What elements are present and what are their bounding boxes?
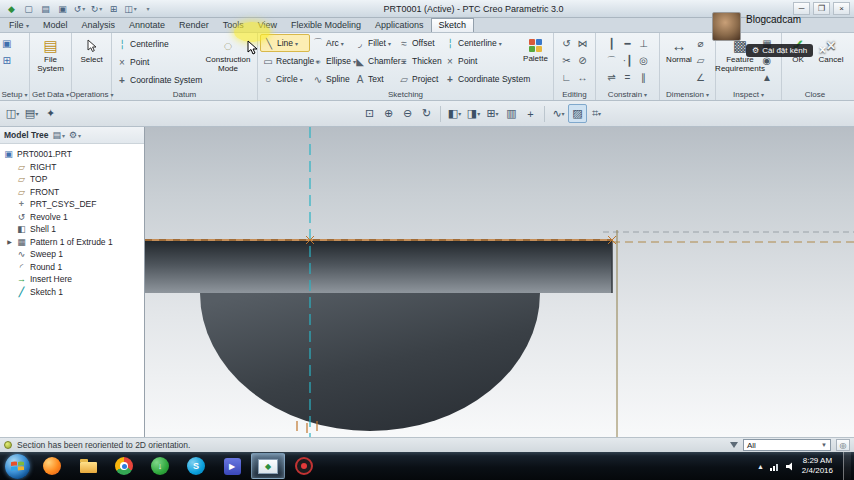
palette-button[interactable]: Palette [520, 34, 551, 64]
redo-icon[interactable]: ↻▾ [89, 2, 104, 16]
tree-item-right[interactable]: ▱RIGHT [0, 161, 144, 174]
taskbar-explorer-icon[interactable] [71, 453, 105, 479]
mirror-icon[interactable]: ⋈ [575, 35, 591, 52]
sketch-coordinate-system-button[interactable]: +Coordinate System [442, 70, 520, 88]
window-icon[interactable]: ◫▾ [123, 2, 138, 16]
tree-item-sweep[interactable]: ∿Sweep 1 [0, 248, 144, 261]
diameter-dimension-icon[interactable]: ⌀ [696, 35, 705, 52]
saved-views-icon[interactable]: ◨▾ [464, 104, 483, 123]
project-button[interactable]: ▱Project [396, 70, 442, 88]
reference-dimension-icon[interactable]: ▱ [696, 52, 705, 69]
tab-file[interactable]: File ▾ [2, 19, 36, 32]
tree-item-round[interactable]: ◜Round 1 [0, 261, 144, 274]
group-label-constrain[interactable]: Constrain▾ [596, 88, 659, 100]
qat-customize-icon[interactable]: ▾ [140, 2, 155, 16]
overlay-close-icon[interactable]: × [819, 43, 826, 57]
tree-item-sketch[interactable]: ╱Sketch 1 [0, 286, 144, 299]
channel-name[interactable]: Blogcadcam [746, 12, 801, 25]
tree-settings-icon[interactable]: ⚙▾ [69, 130, 81, 140]
repaint-icon[interactable]: ↻ [417, 104, 436, 123]
tab-annotate[interactable]: Annotate [122, 19, 172, 32]
hidden-icons-arrow[interactable]: ▲ [757, 463, 764, 470]
undo-icon[interactable]: ↺▾ [72, 2, 87, 16]
references-icon[interactable]: ⊞ [2, 52, 11, 69]
baseline-dimension-icon[interactable]: ∠ [696, 69, 705, 86]
text-button[interactable]: AText [352, 70, 396, 88]
sketch-centerline-button[interactable]: ╎Centerline▾ [442, 34, 520, 52]
tab-applications[interactable]: Applications [368, 19, 431, 32]
spline-button[interactable]: ∿Spline [310, 70, 352, 88]
fillet-button[interactable]: ◞Fillet▾ [352, 34, 396, 52]
expander-icon[interactable]: ▶ [6, 238, 13, 245]
perspective-icon[interactable]: ⌗▾ [587, 104, 606, 123]
group-label-setup[interactable]: Setup▾ [0, 88, 29, 100]
show-desktop-button[interactable] [843, 452, 851, 480]
channel-settings-button[interactable]: ⚙ Cài đặt kênh [746, 44, 813, 57]
tree-item-shell[interactable]: ◧Shell 1 [0, 223, 144, 236]
taskbar-media-app-icon[interactable]: ▶ [215, 453, 249, 479]
tree-item-top[interactable]: ▱TOP [0, 173, 144, 186]
tab-render[interactable]: Render [172, 19, 216, 32]
volume-icon[interactable] [786, 462, 796, 471]
annotation-display-icon[interactable]: ▥ [502, 104, 521, 123]
display-style-icon[interactable]: ◧▾ [445, 104, 464, 123]
regenerate-icon[interactable]: ⊞ [106, 2, 121, 16]
browser-toggle-icon[interactable]: ▤▾ [22, 104, 41, 123]
status-filter-dropdown[interactable]: All ▼ [743, 439, 831, 451]
shade-closed-loops-icon[interactable]: ▲ [762, 69, 772, 86]
tree-file-icon[interactable]: ▤▾ [52, 130, 65, 140]
network-icon[interactable] [770, 462, 780, 471]
group-label-operations[interactable]: Operations▾ [72, 88, 111, 100]
graphics-area[interactable] [145, 127, 854, 437]
modify-icon[interactable]: ↺ [559, 35, 575, 52]
tab-sketch[interactable]: Sketch [431, 18, 475, 32]
sketch-view-icon[interactable]: ▨ [568, 104, 587, 123]
group-label-get-data[interactable]: Get Data▾ [30, 88, 71, 100]
corner-icon[interactable]: ∟ [559, 69, 575, 86]
perpendicular-constraint-icon[interactable]: ⊥ [636, 35, 652, 52]
taskbar-creo-window-button[interactable]: ◆ [251, 453, 285, 479]
taskbar-chrome-icon[interactable] [107, 453, 141, 479]
spin-center-icon[interactable]: + [521, 104, 540, 123]
symmetric-constraint-icon[interactable]: ⇌ [604, 69, 620, 86]
group-label-inspect[interactable]: Inspect▾ [716, 88, 781, 100]
refit-icon[interactable]: ⊡ [360, 104, 379, 123]
sketch-setup-icon[interactable]: ▣ [2, 35, 11, 52]
channel-avatar[interactable] [712, 12, 741, 41]
datum-point-button[interactable]: × Point [114, 53, 202, 71]
taskbar-clock[interactable]: 8:29 AM 2/4/2016 [802, 456, 833, 476]
divide-icon[interactable]: ✂ [559, 52, 575, 69]
filter-funnel-icon[interactable] [730, 442, 738, 448]
zoom-out-icon[interactable]: ⊖ [398, 104, 417, 123]
rotate-resize-icon[interactable]: ↔ [575, 69, 591, 86]
midpoint-constraint-icon[interactable]: ·┃ [620, 52, 636, 69]
favorites-icon[interactable]: ✦ [41, 104, 60, 123]
select-button[interactable]: Select [74, 35, 109, 65]
tree-item-pattern[interactable]: ▶▦Pattern 1 of Extrude 1 [0, 236, 144, 249]
taskbar-blue-app-icon[interactable]: S [179, 453, 213, 479]
tree-item-revolve[interactable]: ↺Revolve 1 [0, 211, 144, 224]
find-icon[interactable]: ◎ [836, 439, 850, 451]
tab-model[interactable]: Model [36, 19, 75, 32]
chamfer-button[interactable]: ◣Chamfer▾ [352, 52, 396, 70]
thicken-button[interactable]: ≡Thicken [396, 52, 442, 70]
taskbar-recorder-icon[interactable] [287, 453, 321, 479]
parallel-constraint-icon[interactable]: ∥ [636, 69, 652, 86]
tree-item-csys[interactable]: +PRT_CSYS_DEF [0, 198, 144, 211]
tab-flexible-modeling[interactable]: Flexible Modeling [284, 19, 368, 32]
tree-item-front[interactable]: ▱FRONT [0, 186, 144, 199]
sketch-point-button[interactable]: ×Point [442, 52, 520, 70]
offset-button[interactable]: ≈Offset [396, 34, 442, 52]
vertical-constraint-icon[interactable]: ┃ [604, 35, 620, 52]
sketcher-display-icon[interactable]: ∿▾ [549, 104, 568, 123]
ellipse-button[interactable]: ○Ellipse▾ [310, 52, 352, 70]
start-button[interactable] [5, 454, 30, 479]
equal-constraint-icon[interactable]: = [620, 69, 636, 86]
horizontal-constraint-icon[interactable]: ━ [620, 35, 636, 52]
tangent-constraint-icon[interactable]: ⌒ [604, 52, 620, 69]
new-file-icon[interactable]: ▢ [21, 2, 36, 16]
navigator-toggle-icon[interactable]: ◫▾ [3, 104, 22, 123]
coincident-constraint-icon[interactable]: ◎ [636, 52, 652, 69]
tree-item-insert-here[interactable]: →Insert Here [0, 273, 144, 286]
zoom-in-icon[interactable]: ⊕ [379, 104, 398, 123]
